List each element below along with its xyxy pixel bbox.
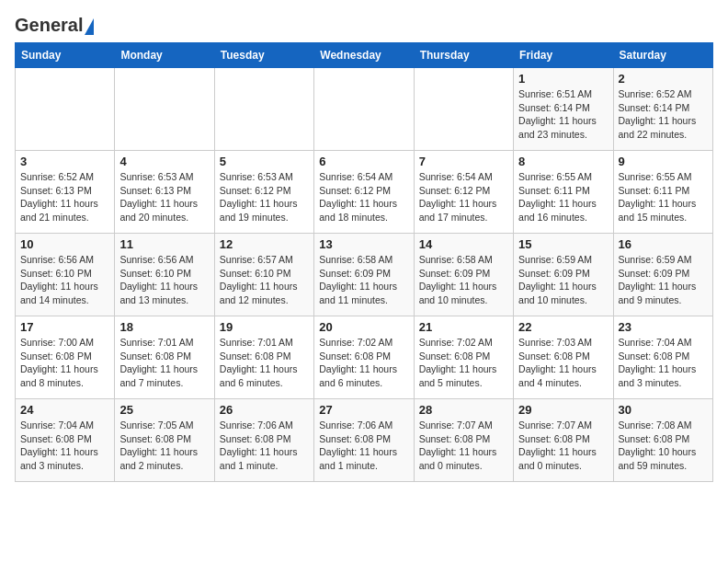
day-number: 13 — [319, 237, 408, 251]
calendar-cell: 18Sunrise: 7:01 AM Sunset: 6:08 PM Dayli… — [115, 316, 214, 399]
day-of-week-header: Sunday — [16, 43, 115, 68]
day-number: 10 — [20, 237, 109, 251]
day-info: Sunrise: 7:08 AM Sunset: 6:08 PM Dayligh… — [619, 419, 708, 473]
day-info: Sunrise: 6:55 AM Sunset: 6:11 PM Dayligh… — [619, 170, 708, 224]
day-number: 18 — [119, 320, 209, 334]
day-info: Sunrise: 7:05 AM Sunset: 6:08 PM Dayligh… — [119, 419, 209, 473]
day-info: Sunrise: 6:59 AM Sunset: 6:09 PM Dayligh… — [518, 253, 608, 307]
calendar-cell: 15Sunrise: 6:59 AM Sunset: 6:09 PM Dayli… — [514, 234, 613, 316]
calendar-cell: 17Sunrise: 7:00 AM Sunset: 6:08 PM Dayli… — [16, 316, 115, 399]
day-number: 4 — [119, 155, 209, 168]
day-number: 9 — [619, 155, 708, 168]
day-number: 24 — [20, 403, 109, 417]
calendar-week-row: 24Sunrise: 7:04 AM Sunset: 6:08 PM Dayli… — [16, 399, 713, 482]
day-info: Sunrise: 6:55 AM Sunset: 6:11 PM Dayligh… — [518, 170, 608, 224]
calendar-cell: 26Sunrise: 7:06 AM Sunset: 6:08 PM Dayli… — [214, 399, 313, 482]
calendar-cell: 1Sunrise: 6:51 AM Sunset: 6:14 PM Daylig… — [514, 68, 613, 151]
day-number: 7 — [419, 155, 508, 168]
day-number: 17 — [20, 320, 109, 334]
day-info: Sunrise: 7:06 AM Sunset: 6:08 PM Dayligh… — [220, 419, 309, 473]
logo-triangle-icon — [85, 18, 94, 35]
calendar-table: SundayMondayTuesdayWednesdayThursdayFrid… — [15, 42, 713, 482]
day-of-week-header: Wednesday — [314, 43, 414, 68]
calendar-cell: 21Sunrise: 7:02 AM Sunset: 6:08 PM Dayli… — [414, 316, 513, 399]
calendar-header-row: SundayMondayTuesdayWednesdayThursdayFrid… — [16, 43, 713, 68]
day-number: 23 — [619, 320, 708, 334]
calendar-cell: 9Sunrise: 6:55 AM Sunset: 6:11 PM Daylig… — [613, 151, 712, 234]
calendar-cell — [214, 68, 313, 151]
day-info: Sunrise: 6:52 AM Sunset: 6:13 PM Dayligh… — [20, 170, 109, 224]
day-info: Sunrise: 7:01 AM Sunset: 6:08 PM Dayligh… — [119, 336, 209, 390]
calendar-cell: 5Sunrise: 6:53 AM Sunset: 6:12 PM Daylig… — [214, 151, 313, 234]
day-info: Sunrise: 7:01 AM Sunset: 6:08 PM Dayligh… — [220, 336, 309, 390]
calendar-cell: 30Sunrise: 7:08 AM Sunset: 6:08 PM Dayli… — [613, 399, 712, 482]
day-info: Sunrise: 6:54 AM Sunset: 6:12 PM Dayligh… — [319, 170, 408, 224]
day-info: Sunrise: 6:56 AM Sunset: 6:10 PM Dayligh… — [20, 253, 109, 307]
calendar-cell — [16, 68, 115, 151]
logo-text: General — [15, 15, 94, 35]
calendar-cell: 4Sunrise: 6:53 AM Sunset: 6:13 PM Daylig… — [115, 151, 214, 234]
calendar-cell: 14Sunrise: 6:58 AM Sunset: 6:09 PM Dayli… — [414, 234, 513, 316]
day-number: 27 — [319, 403, 408, 417]
day-info: Sunrise: 7:00 AM Sunset: 6:08 PM Dayligh… — [20, 336, 109, 390]
calendar-cell: 10Sunrise: 6:56 AM Sunset: 6:10 PM Dayli… — [16, 234, 115, 316]
day-number: 25 — [119, 403, 209, 417]
day-info: Sunrise: 6:51 AM Sunset: 6:14 PM Dayligh… — [518, 87, 608, 142]
calendar-cell: 27Sunrise: 7:06 AM Sunset: 6:08 PM Dayli… — [314, 399, 414, 482]
day-info: Sunrise: 7:03 AM Sunset: 6:08 PM Dayligh… — [518, 336, 608, 390]
day-number: 21 — [419, 320, 508, 334]
day-number: 28 — [419, 403, 508, 417]
day-info: Sunrise: 6:58 AM Sunset: 6:09 PM Dayligh… — [319, 253, 408, 307]
calendar-cell: 6Sunrise: 6:54 AM Sunset: 6:12 PM Daylig… — [314, 151, 414, 234]
day-number: 6 — [319, 155, 408, 168]
day-of-week-header: Monday — [115, 43, 214, 68]
day-number: 22 — [518, 320, 608, 334]
calendar-cell: 29Sunrise: 7:07 AM Sunset: 6:08 PM Dayli… — [514, 399, 613, 482]
calendar-cell: 25Sunrise: 7:05 AM Sunset: 6:08 PM Dayli… — [115, 399, 214, 482]
day-info: Sunrise: 6:56 AM Sunset: 6:10 PM Dayligh… — [119, 253, 209, 307]
day-number: 11 — [119, 237, 209, 251]
day-info: Sunrise: 6:58 AM Sunset: 6:09 PM Dayligh… — [419, 253, 508, 307]
day-number: 12 — [220, 237, 309, 251]
calendar-week-row: 3Sunrise: 6:52 AM Sunset: 6:13 PM Daylig… — [16, 151, 713, 234]
day-info: Sunrise: 6:54 AM Sunset: 6:12 PM Dayligh… — [419, 170, 508, 224]
calendar-cell: 24Sunrise: 7:04 AM Sunset: 6:08 PM Dayli… — [16, 399, 115, 482]
calendar-cell: 3Sunrise: 6:52 AM Sunset: 6:13 PM Daylig… — [16, 151, 115, 234]
day-of-week-header: Friday — [514, 43, 613, 68]
day-number: 14 — [419, 237, 508, 251]
calendar-cell: 11Sunrise: 6:56 AM Sunset: 6:10 PM Dayli… — [115, 234, 214, 316]
day-info: Sunrise: 6:52 AM Sunset: 6:14 PM Dayligh… — [619, 87, 708, 142]
day-info: Sunrise: 7:02 AM Sunset: 6:08 PM Dayligh… — [419, 336, 508, 390]
calendar-cell — [314, 68, 414, 151]
calendar-cell: 7Sunrise: 6:54 AM Sunset: 6:12 PM Daylig… — [414, 151, 513, 234]
day-number: 26 — [220, 403, 309, 417]
calendar-cell: 2Sunrise: 6:52 AM Sunset: 6:14 PM Daylig… — [613, 68, 712, 151]
day-info: Sunrise: 7:02 AM Sunset: 6:08 PM Dayligh… — [319, 336, 408, 390]
day-of-week-header: Saturday — [613, 43, 712, 68]
day-number: 15 — [518, 237, 608, 251]
day-number: 19 — [220, 320, 309, 334]
day-of-week-header: Thursday — [414, 43, 513, 68]
calendar-cell: 19Sunrise: 7:01 AM Sunset: 6:08 PM Dayli… — [214, 316, 313, 399]
calendar-cell: 16Sunrise: 6:59 AM Sunset: 6:09 PM Dayli… — [613, 234, 712, 316]
calendar-week-row: 10Sunrise: 6:56 AM Sunset: 6:10 PM Dayli… — [16, 234, 713, 316]
day-info: Sunrise: 6:59 AM Sunset: 6:09 PM Dayligh… — [619, 253, 708, 307]
calendar-cell: 8Sunrise: 6:55 AM Sunset: 6:11 PM Daylig… — [514, 151, 613, 234]
calendar-cell: 23Sunrise: 7:04 AM Sunset: 6:08 PM Dayli… — [613, 316, 712, 399]
day-number: 2 — [619, 72, 708, 86]
day-number: 8 — [518, 155, 608, 168]
day-number: 16 — [619, 237, 708, 251]
calendar-cell: 12Sunrise: 6:57 AM Sunset: 6:10 PM Dayli… — [214, 234, 313, 316]
day-info: Sunrise: 7:04 AM Sunset: 6:08 PM Dayligh… — [619, 336, 708, 390]
day-number: 5 — [220, 155, 309, 168]
day-number: 30 — [619, 403, 708, 417]
day-number: 20 — [319, 320, 408, 334]
day-info: Sunrise: 6:53 AM Sunset: 6:13 PM Dayligh… — [119, 170, 209, 224]
day-info: Sunrise: 6:53 AM Sunset: 6:12 PM Dayligh… — [220, 170, 309, 224]
day-number: 1 — [518, 72, 608, 86]
logo: General — [15, 15, 94, 35]
day-of-week-header: Tuesday — [214, 43, 313, 68]
calendar-cell: 20Sunrise: 7:02 AM Sunset: 6:08 PM Dayli… — [314, 316, 414, 399]
day-info: Sunrise: 7:07 AM Sunset: 6:08 PM Dayligh… — [518, 419, 608, 473]
calendar-cell: 22Sunrise: 7:03 AM Sunset: 6:08 PM Dayli… — [514, 316, 613, 399]
